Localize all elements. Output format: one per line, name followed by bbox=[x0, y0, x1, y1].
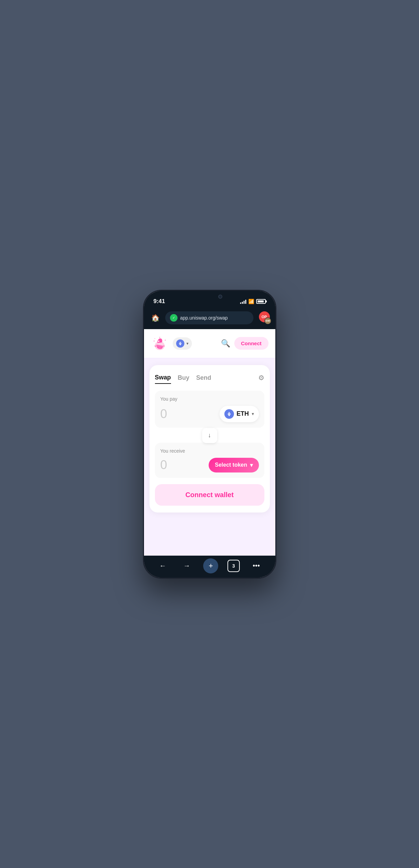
tabs-count-button[interactable]: 3 bbox=[227, 560, 240, 572]
eth-token-icon bbox=[224, 409, 234, 419]
home-button[interactable]: 🏠 bbox=[149, 312, 162, 324]
settings-button[interactable]: ⚙ bbox=[258, 374, 264, 382]
you-receive-section: You receive 0 Select token ▾ bbox=[155, 443, 264, 478]
forward-button[interactable]: → bbox=[179, 558, 194, 573]
signal-icon bbox=[240, 299, 246, 304]
tabs-count-label: 3 bbox=[232, 563, 235, 569]
svg-point-1 bbox=[158, 340, 159, 342]
you-pay-label: You pay bbox=[160, 396, 259, 402]
eth-network-icon bbox=[176, 339, 184, 348]
phone-frame: 9:41 📶 🏠 ✓ app.uniswap.org/swap OP bbox=[143, 290, 276, 579]
pay-amount-input[interactable]: 0 bbox=[160, 407, 167, 421]
svg-text:✦: ✦ bbox=[165, 339, 166, 341]
eth-token-label: ETH bbox=[237, 410, 249, 417]
page-space bbox=[144, 519, 275, 556]
select-token-label: Select token bbox=[215, 462, 247, 468]
sw-badge: SW bbox=[264, 318, 271, 324]
network-selector-button[interactable]: ▾ bbox=[173, 337, 192, 350]
camera bbox=[218, 295, 222, 299]
swap-direction-button[interactable]: ↓ bbox=[202, 428, 217, 443]
shield-icon: ✓ bbox=[170, 314, 178, 322]
search-icon: 🔍 bbox=[221, 339, 230, 348]
search-button[interactable]: 🔍 bbox=[221, 339, 230, 348]
receive-amount-input[interactable]: 0 bbox=[160, 458, 167, 472]
you-receive-label: You receive bbox=[160, 448, 259, 454]
select-token-chevron-icon: ▾ bbox=[250, 462, 253, 468]
you-receive-row: 0 Select token ▾ bbox=[160, 458, 259, 472]
you-pay-section: You pay 0 ETH ▾ bbox=[155, 391, 264, 428]
tab-send[interactable]: Send bbox=[196, 372, 211, 384]
select-token-button[interactable]: Select token ▾ bbox=[209, 458, 259, 472]
notch bbox=[187, 291, 232, 303]
add-tab-button[interactable]: + bbox=[203, 558, 218, 573]
you-pay-row: 0 ETH ▾ bbox=[160, 406, 259, 422]
app-nav: ✦ ✦ ✦ ▾ 🔍 bbox=[144, 329, 275, 358]
back-button[interactable]: ← bbox=[155, 558, 170, 573]
wifi-icon: 📶 bbox=[248, 299, 254, 304]
token-chevron-icon: ▾ bbox=[252, 411, 254, 416]
more-icon: ••• bbox=[253, 562, 260, 570]
battery-icon bbox=[256, 299, 266, 304]
network-chevron-icon: ▾ bbox=[186, 341, 188, 346]
browser-bar: 🏠 ✓ app.uniswap.org/swap OP SW bbox=[144, 308, 275, 329]
back-icon: ← bbox=[159, 562, 166, 570]
add-icon: + bbox=[209, 561, 213, 570]
status-time: 9:41 bbox=[154, 298, 165, 305]
forward-icon: → bbox=[183, 562, 190, 570]
profile-button[interactable]: OP SW bbox=[257, 311, 270, 324]
nav-left: ✦ ✦ ✦ ▾ bbox=[151, 335, 192, 352]
unicorn-logo: ✦ ✦ ✦ bbox=[151, 335, 169, 352]
settings-icon: ⚙ bbox=[258, 374, 264, 381]
unicorn-icon: ✦ ✦ ✦ bbox=[152, 335, 168, 352]
swap-card: Swap Buy Send ⚙ You pay 0 bbox=[149, 365, 270, 513]
connect-button[interactable]: Connect bbox=[234, 337, 269, 350]
eth-token-button[interactable]: ETH ▾ bbox=[220, 406, 259, 422]
connect-wallet-button[interactable]: Connect wallet bbox=[155, 484, 264, 506]
nav-right: 🔍 Connect bbox=[221, 337, 269, 350]
page-content: ✦ ✦ ✦ ▾ 🔍 bbox=[144, 329, 275, 556]
swap-arrow-container: ↓ bbox=[155, 428, 264, 443]
svg-point-3 bbox=[161, 347, 162, 348]
svg-point-2 bbox=[157, 347, 158, 348]
svg-text:✦: ✦ bbox=[153, 340, 155, 342]
url-text: app.uniswap.org/swap bbox=[180, 315, 228, 321]
url-bar[interactable]: ✓ app.uniswap.org/swap bbox=[165, 311, 253, 324]
svg-text:✦: ✦ bbox=[154, 338, 156, 339]
tab-buy[interactable]: Buy bbox=[178, 372, 189, 384]
tab-swap[interactable]: Swap bbox=[155, 372, 171, 384]
status-icons: 📶 bbox=[240, 299, 266, 304]
more-button[interactable]: ••• bbox=[249, 558, 264, 573]
bottom-bar: ← → + 3 ••• bbox=[144, 556, 275, 579]
swap-arrow-icon: ↓ bbox=[208, 432, 211, 439]
swap-tabs: Swap Buy Send ⚙ bbox=[155, 372, 264, 384]
